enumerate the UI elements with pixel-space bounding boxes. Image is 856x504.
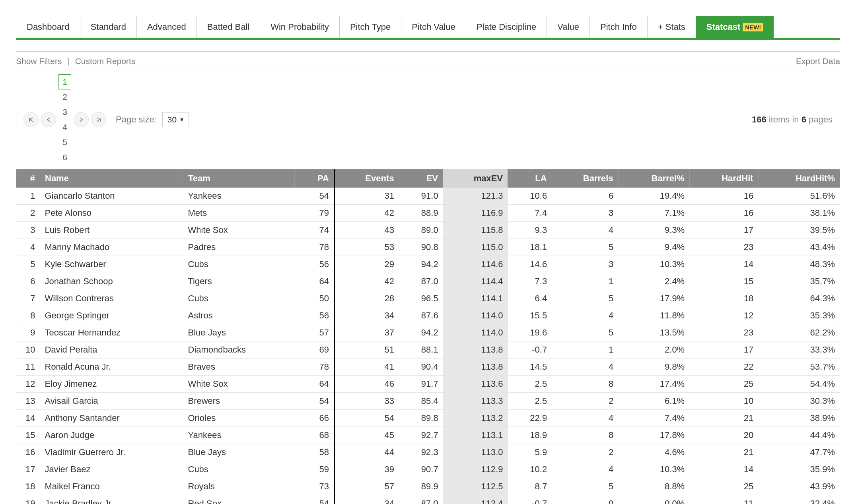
name-link[interactable]: Anthony Santander [45, 413, 120, 423]
tab-standard[interactable]: Standard [80, 16, 137, 38]
col-hardhit[interactable]: HardHit [689, 169, 758, 188]
name-link[interactable]: Luis Robert [45, 225, 90, 235]
tab-batted-ball[interactable]: Batted Ball [197, 16, 260, 38]
name-link[interactable]: Javier Baez [45, 464, 91, 474]
col-barrels[interactable]: Barrels [552, 169, 618, 188]
export-data-link[interactable]: Export Data [796, 56, 840, 66]
team-link[interactable]: Yankees [188, 191, 222, 201]
name-link[interactable]: Teoscar Hernandez [45, 328, 121, 337]
pager-page-6[interactable]: 6 [58, 150, 71, 165]
col-hardhitpct[interactable]: HardHit% [758, 169, 840, 188]
tab-statcast[interactable]: StatcastNEW! [696, 16, 774, 38]
col-index[interactable]: # [16, 169, 40, 188]
pager-page-4[interactable]: 4 [58, 120, 71, 135]
team-link[interactable]: Royals [188, 481, 215, 491]
team-link[interactable]: Astros [188, 310, 213, 320]
team-link[interactable]: Tigers [188, 276, 212, 286]
name-link[interactable]: Eloy Jimenez [45, 379, 97, 389]
tab-pitch-value[interactable]: Pitch Value [401, 16, 466, 38]
total-items: 166 [752, 114, 767, 124]
tab-pitch-info[interactable]: Pitch Info [590, 16, 648, 38]
col-events[interactable]: Events [335, 169, 399, 188]
table-row: 18Maikel FrancoRoyals735789.9112.58.758.… [16, 478, 840, 495]
team-link[interactable]: Cubs [188, 259, 208, 269]
cell-idx: 7 [16, 290, 40, 307]
team-link[interactable]: Blue Jays [188, 328, 226, 337]
tab-dashboard[interactable]: Dashboard [16, 16, 80, 38]
tab--stats[interactable]: + Stats [648, 16, 696, 38]
cell-barrelpct: 10.3% [618, 461, 689, 478]
team-link[interactable]: Brewers [188, 396, 220, 406]
cell-la: 14.5 [508, 359, 552, 376]
team-link[interactable]: Padres [188, 242, 216, 252]
pager-page-3[interactable]: 3 [58, 105, 71, 120]
cell-team: Astros [183, 307, 295, 324]
pager-page-1[interactable]: 1 [58, 74, 71, 89]
col-la[interactable]: LA [508, 169, 552, 188]
cell-barrelpct: 17.9% [618, 290, 689, 307]
cell-barrels: 4 [552, 410, 618, 427]
name-link[interactable]: George Springer [45, 310, 110, 320]
cell-barrels: 3 [552, 256, 618, 273]
custom-reports-link[interactable]: Custom Reports [75, 56, 136, 66]
cell-events: 37 [335, 324, 399, 341]
tab-pitch-type[interactable]: Pitch Type [340, 16, 401, 38]
tab-label: Pitch Value [412, 22, 455, 32]
tab-value[interactable]: Value [547, 16, 590, 38]
team-link[interactable]: Cubs [188, 464, 208, 474]
team-link[interactable]: Orioles [188, 413, 216, 423]
col-pa[interactable]: PA [295, 169, 335, 188]
tab-label: Pitch Info [600, 22, 637, 32]
cell-events: 43 [335, 222, 399, 239]
team-link[interactable]: White Sox [188, 379, 228, 389]
cell-name: George Springer [40, 307, 183, 324]
cell-ev: 91.7 [399, 376, 443, 393]
pager-next-button[interactable] [74, 112, 89, 127]
table-row: 5Kyle SchwarberCubs562994.2114.614.6310.… [16, 256, 840, 273]
cell-barrels: 2 [552, 393, 618, 410]
name-link[interactable]: Giancarlo Stanton [45, 191, 115, 201]
name-link[interactable]: Maikel Franco [45, 481, 100, 491]
team-link[interactable]: Blue Jays [188, 447, 226, 457]
cell-hardhit: 10 [689, 393, 758, 410]
col-maxev[interactable]: maxEV [443, 169, 508, 188]
team-link[interactable]: Braves [188, 362, 215, 372]
pager-page-5[interactable]: 5 [58, 135, 71, 150]
pager-prev-button[interactable] [41, 112, 56, 127]
cell-barrelpct: 19.4% [618, 188, 689, 205]
name-link[interactable]: Manny Machado [45, 242, 110, 252]
page-size-value: 30 [167, 115, 177, 124]
team-link[interactable]: Mets [188, 208, 207, 218]
cell-barrelpct: 11.8% [618, 307, 689, 324]
show-filters-link[interactable]: Show Filters [16, 56, 62, 66]
team-link[interactable]: White Sox [188, 225, 228, 235]
team-link[interactable]: Cubs [188, 293, 208, 303]
name-link[interactable]: Ronald Acuna Jr. [45, 362, 111, 372]
tab-win-probability[interactable]: Win Probability [260, 16, 340, 38]
name-link[interactable]: Pete Alonso [45, 208, 91, 218]
tab-advanced[interactable]: Advanced [137, 16, 197, 38]
name-link[interactable]: Avisail Garcia [45, 396, 98, 406]
pager-first-button[interactable] [23, 112, 39, 127]
cell-team: Padres [183, 239, 295, 256]
cell-maxev: 112.9 [443, 461, 508, 478]
cell-pa: 68 [295, 427, 335, 444]
name-link[interactable]: Jonathan Schoop [45, 276, 113, 286]
pager-page-2[interactable]: 2 [58, 89, 71, 105]
col-ev[interactable]: EV [399, 169, 443, 188]
name-link[interactable]: Willson Contreras [45, 293, 114, 303]
name-link[interactable]: Vladimir Guerrero Jr. [45, 447, 126, 457]
pager-last-button[interactable] [91, 112, 106, 127]
col-team[interactable]: Team [183, 169, 295, 188]
col-name[interactable]: Name [40, 169, 183, 188]
name-link[interactable]: David Peralta [45, 345, 97, 355]
team-link[interactable]: Yankees [188, 430, 222, 440]
name-link[interactable]: Kyle Schwarber [45, 259, 106, 269]
name-link[interactable]: Jackie Bradley Jr. [45, 498, 113, 504]
col-barrelpct[interactable]: Barrel% [618, 169, 689, 188]
page-size-select[interactable]: 30 ▼ [162, 112, 189, 127]
team-link[interactable]: Red Sox [188, 498, 222, 504]
team-link[interactable]: Diamondbacks [188, 345, 246, 355]
tab-plate-discipline[interactable]: Plate Discipline [466, 16, 547, 38]
name-link[interactable]: Aaron Judge [45, 430, 95, 440]
